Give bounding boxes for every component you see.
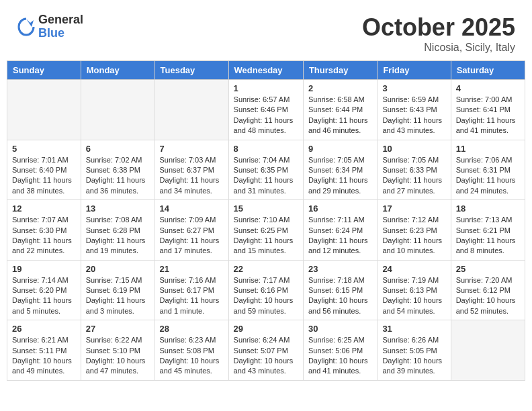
day-info: Sunrise: 7:07 AMSunset: 6:30 PMDaylight:… — [12, 215, 76, 257]
day-info: Sunrise: 7:17 AMSunset: 6:16 PMDaylight:… — [234, 275, 298, 317]
calendar-cell: 12Sunrise: 7:07 AMSunset: 6:30 PMDayligh… — [7, 200, 81, 261]
calendar-cell: 8Sunrise: 7:04 AMSunset: 6:35 PMDaylight… — [228, 140, 303, 200]
day-info: Sunrise: 6:58 AMSunset: 6:44 PMDaylight:… — [308, 95, 372, 136]
day-info: Sunrise: 7:20 AMSunset: 6:12 PMDaylight:… — [456, 275, 520, 317]
calendar-cell: 29Sunrise: 6:24 AMSunset: 5:07 PMDayligh… — [228, 320, 303, 381]
calendar-cell: 4Sunrise: 7:00 AMSunset: 6:41 PMDaylight… — [451, 80, 525, 140]
day-info: Sunrise: 6:26 AMSunset: 5:05 PMDaylight:… — [382, 335, 445, 377]
day-info: Sunrise: 6:21 AMSunset: 5:11 PMDaylight:… — [12, 335, 76, 377]
day-info: Sunrise: 7:04 AMSunset: 6:35 PMDaylight:… — [234, 155, 298, 197]
day-number: 31 — [382, 324, 445, 334]
calendar-cell: 9Sunrise: 7:05 AMSunset: 6:34 PMDaylight… — [303, 140, 377, 200]
day-number: 12 — [12, 203, 76, 214]
title-block: October 2025 Nicosia, Sicily, Italy — [362, 13, 515, 54]
day-info: Sunrise: 6:59 AMSunset: 6:43 PMDaylight:… — [382, 95, 445, 136]
day-number: 27 — [86, 324, 150, 334]
day-number: 6 — [86, 144, 150, 154]
calendar-cell: 2Sunrise: 6:58 AMSunset: 6:44 PMDaylight… — [303, 80, 377, 140]
day-info: Sunrise: 7:05 AMSunset: 6:33 PMDaylight:… — [382, 155, 445, 197]
day-header-tuesday: Tuesday — [154, 61, 228, 80]
day-number: 28 — [160, 324, 224, 334]
day-info: Sunrise: 6:23 AMSunset: 5:08 PMDaylight:… — [160, 335, 224, 377]
day-number: 10 — [382, 144, 445, 154]
calendar-cell — [451, 320, 525, 381]
day-info: Sunrise: 7:13 AMSunset: 6:21 PMDaylight:… — [456, 215, 520, 257]
month-title: October 2025 — [362, 13, 515, 42]
week-row-1: 1Sunrise: 6:57 AMSunset: 6:46 PMDaylight… — [7, 80, 525, 140]
calendar-cell: 17Sunrise: 7:12 AMSunset: 6:23 PMDayligh… — [378, 200, 451, 261]
calendar-cell — [154, 80, 228, 140]
day-header-thursday: Thursday — [303, 61, 377, 80]
day-number: 7 — [160, 144, 224, 154]
calendar-cell: 22Sunrise: 7:17 AMSunset: 6:16 PMDayligh… — [228, 260, 303, 320]
page-header: General Blue October 2025 Nicosia, Sicil… — [7, 7, 525, 57]
calendar-cell: 6Sunrise: 7:02 AMSunset: 6:38 PMDaylight… — [81, 140, 154, 200]
calendar-cell: 15Sunrise: 7:10 AMSunset: 6:25 PMDayligh… — [228, 200, 303, 261]
logo-icon — [17, 17, 36, 36]
day-info: Sunrise: 7:15 AMSunset: 6:19 PMDaylight:… — [86, 275, 150, 317]
calendar-cell: 3Sunrise: 6:59 AMSunset: 6:43 PMDaylight… — [378, 80, 451, 140]
day-info: Sunrise: 7:18 AMSunset: 6:15 PMDaylight:… — [308, 275, 372, 317]
logo-blue-text: Blue — [38, 27, 83, 40]
calendar-cell: 1Sunrise: 6:57 AMSunset: 6:46 PMDaylight… — [228, 80, 303, 140]
day-number: 25 — [456, 264, 520, 274]
day-number: 8 — [234, 144, 298, 154]
day-info: Sunrise: 7:19 AMSunset: 6:13 PMDaylight:… — [382, 275, 445, 317]
calendar-cell: 5Sunrise: 7:01 AMSunset: 6:40 PMDaylight… — [7, 140, 81, 200]
day-info: Sunrise: 6:25 AMSunset: 5:06 PMDaylight:… — [308, 335, 372, 377]
day-number: 9 — [308, 144, 372, 154]
day-number: 24 — [382, 264, 445, 274]
day-number: 18 — [456, 203, 520, 214]
calendar-cell: 31Sunrise: 6:26 AMSunset: 5:05 PMDayligh… — [378, 320, 451, 381]
day-info: Sunrise: 7:09 AMSunset: 6:27 PMDaylight:… — [160, 215, 224, 257]
day-number: 15 — [234, 203, 298, 214]
day-info: Sunrise: 7:01 AMSunset: 6:40 PMDaylight:… — [12, 155, 76, 197]
day-number: 19 — [12, 264, 76, 274]
day-number: 23 — [308, 264, 372, 274]
calendar-cell: 27Sunrise: 6:22 AMSunset: 5:10 PMDayligh… — [81, 320, 154, 381]
day-info: Sunrise: 7:10 AMSunset: 6:25 PMDaylight:… — [234, 215, 298, 257]
day-header-wednesday: Wednesday — [228, 61, 303, 80]
day-number: 11 — [456, 144, 520, 154]
calendar-cell: 24Sunrise: 7:19 AMSunset: 6:13 PMDayligh… — [378, 260, 451, 320]
day-info: Sunrise: 7:05 AMSunset: 6:34 PMDaylight:… — [308, 155, 372, 197]
calendar-cell — [81, 80, 154, 140]
week-row-5: 26Sunrise: 6:21 AMSunset: 5:11 PMDayligh… — [7, 320, 525, 381]
day-info: Sunrise: 7:14 AMSunset: 6:20 PMDaylight:… — [12, 275, 76, 317]
calendar-cell: 14Sunrise: 7:09 AMSunset: 6:27 PMDayligh… — [154, 200, 228, 261]
day-number: 21 — [160, 264, 224, 274]
day-info: Sunrise: 6:57 AMSunset: 6:46 PMDaylight:… — [234, 95, 298, 136]
day-number: 1 — [234, 83, 298, 93]
calendar-cell: 18Sunrise: 7:13 AMSunset: 6:21 PMDayligh… — [451, 200, 525, 261]
logo: General Blue — [17, 13, 83, 40]
calendar-cell: 21Sunrise: 7:16 AMSunset: 6:17 PMDayligh… — [154, 260, 228, 320]
day-number: 5 — [12, 144, 76, 154]
day-info: Sunrise: 7:12 AMSunset: 6:23 PMDaylight:… — [382, 215, 445, 257]
calendar-cell: 20Sunrise: 7:15 AMSunset: 6:19 PMDayligh… — [81, 260, 154, 320]
day-number: 26 — [12, 324, 76, 334]
day-info: Sunrise: 7:06 AMSunset: 6:31 PMDaylight:… — [456, 155, 520, 197]
calendar-cell: 7Sunrise: 7:03 AMSunset: 6:37 PMDaylight… — [154, 140, 228, 200]
week-row-2: 5Sunrise: 7:01 AMSunset: 6:40 PMDaylight… — [7, 140, 525, 200]
day-info: Sunrise: 7:02 AMSunset: 6:38 PMDaylight:… — [86, 155, 150, 197]
calendar-cell: 11Sunrise: 7:06 AMSunset: 6:31 PMDayligh… — [451, 140, 525, 200]
calendar-cell: 25Sunrise: 7:20 AMSunset: 6:12 PMDayligh… — [451, 260, 525, 320]
calendar-cell: 30Sunrise: 6:25 AMSunset: 5:06 PMDayligh… — [303, 320, 377, 381]
day-header-sunday: Sunday — [7, 61, 81, 80]
day-info: Sunrise: 6:22 AMSunset: 5:10 PMDaylight:… — [86, 335, 150, 377]
calendar-cell: 10Sunrise: 7:05 AMSunset: 6:33 PMDayligh… — [378, 140, 451, 200]
day-info: Sunrise: 7:00 AMSunset: 6:41 PMDaylight:… — [456, 95, 520, 136]
calendar-cell: 26Sunrise: 6:21 AMSunset: 5:11 PMDayligh… — [7, 320, 81, 381]
calendar-cell: 28Sunrise: 6:23 AMSunset: 5:08 PMDayligh… — [154, 320, 228, 381]
day-header-friday: Friday — [378, 61, 451, 80]
day-number: 22 — [234, 264, 298, 274]
day-info: Sunrise: 7:11 AMSunset: 6:24 PMDaylight:… — [308, 215, 372, 257]
week-row-4: 19Sunrise: 7:14 AMSunset: 6:20 PMDayligh… — [7, 260, 525, 320]
day-info: Sunrise: 7:16 AMSunset: 6:17 PMDaylight:… — [160, 275, 224, 317]
day-info: Sunrise: 7:08 AMSunset: 6:28 PMDaylight:… — [86, 215, 150, 257]
week-row-3: 12Sunrise: 7:07 AMSunset: 6:30 PMDayligh… — [7, 200, 525, 261]
calendar-cell: 23Sunrise: 7:18 AMSunset: 6:15 PMDayligh… — [303, 260, 377, 320]
day-header-saturday: Saturday — [451, 61, 525, 80]
location-title: Nicosia, Sicily, Italy — [362, 42, 515, 54]
day-info: Sunrise: 6:24 AMSunset: 5:07 PMDaylight:… — [234, 335, 298, 377]
